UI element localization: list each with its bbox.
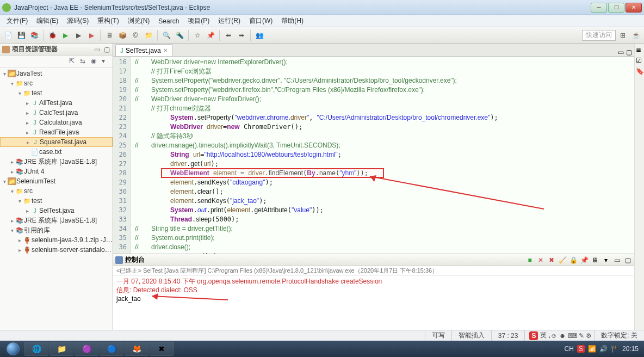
tree-item[interactable]: ▸📚JRE 系统库 [JavaSE-1.8]: [0, 216, 113, 225]
quick-access[interactable]: 快速访问: [582, 30, 616, 41]
tree-item[interactable]: ▸JCalcTest.java: [0, 108, 113, 118]
tray-net-icon[interactable]: 📶: [588, 345, 596, 353]
tree-item[interactable]: ▸JCalculator.java: [0, 118, 113, 127]
tree-item[interactable]: ▾📁test: [0, 196, 113, 206]
close-button[interactable]: ✕: [626, 3, 642, 13]
tree-item[interactable]: ▸🏺selenium-server-standalo…: [0, 245, 113, 255]
outline-icon[interactable]: ≣: [636, 46, 643, 53]
tree-item[interactable]: ▸📚JRE 系统库 [JavaSE-1.8]: [0, 157, 113, 167]
collapse-all-icon[interactable]: ⇱: [69, 57, 78, 66]
explorer-icon: [2, 46, 10, 53]
tray-sound-icon[interactable]: 🔊: [599, 345, 608, 353]
newclass-icon[interactable]: ©: [129, 29, 141, 41]
console-clear-icon[interactable]: 🧹: [558, 256, 567, 264]
console-output[interactable]: 一月 07, 2020 8:15:40 下午 org.openqa.seleni…: [113, 276, 634, 330]
run-icon[interactable]: ▶: [59, 29, 71, 41]
focus-icon[interactable]: ◉: [91, 57, 100, 66]
perspective-java-icon[interactable]: ☕: [630, 29, 642, 41]
menu-project[interactable]: 项目(P): [184, 15, 213, 27]
system-tray[interactable]: CH S 📶 🔊 🏴 20:15: [565, 345, 642, 353]
newproject-icon[interactable]: 📦: [116, 29, 128, 41]
view-minimize-icon[interactable]: ▭: [93, 46, 101, 53]
task-ie[interactable]: 🌐: [24, 342, 48, 356]
console-remove-icon[interactable]: ✕: [536, 256, 545, 264]
start-button[interactable]: [2, 341, 24, 357]
runlast-icon[interactable]: ▶: [72, 29, 84, 41]
menu-source[interactable]: 源码(S): [64, 15, 92, 27]
save-icon[interactable]: 💾: [15, 29, 27, 41]
tree-item[interactable]: ▸JReadFile.java: [0, 127, 113, 137]
new-icon[interactable]: 📄: [2, 29, 14, 41]
tray-lang[interactable]: CH: [565, 345, 574, 353]
task-eclipse[interactable]: 🟣: [75, 342, 98, 356]
tree-item[interactable]: ▾📁src: [0, 78, 113, 88]
tree-item[interactable]: ▾📁SeleniumTest: [0, 176, 113, 186]
tray-ime-icon[interactable]: S: [577, 345, 585, 353]
console-line-1: 一月 07, 2020 8:15:40 下午 org.openqa.seleni…: [116, 277, 631, 286]
tree-item[interactable]: ▾📁test: [0, 88, 113, 98]
maximize-button[interactable]: ☐: [608, 3, 624, 13]
view-menu-icon[interactable]: ▾: [102, 57, 110, 66]
editor-max-icon[interactable]: ▢: [626, 48, 632, 56]
tree-item[interactable]: ▾📁JavaTest: [0, 69, 113, 78]
back-icon[interactable]: ⬅: [222, 29, 234, 41]
menu-file[interactable]: 文件(F): [3, 15, 31, 27]
tree-item[interactable]: ▸🏺selenium-java-3.9.1.zip -J…: [0, 235, 113, 245]
menu-search[interactable]: Search: [155, 16, 182, 26]
tree-item[interactable]: ▸JSquareTest.java: [0, 137, 113, 147]
ime-lang[interactable]: 英 ,: [540, 331, 550, 340]
console-display-icon[interactable]: 🖥: [591, 256, 599, 264]
menu-navigate[interactable]: 浏览(N): [125, 15, 153, 27]
tray-flag-icon[interactable]: 🏴: [611, 345, 619, 353]
opentype-icon[interactable]: 🔍: [160, 29, 172, 41]
editor-tab-seltest[interactable]: J SelTest.java ✕: [115, 44, 172, 56]
console-terminate-icon[interactable]: ■: [525, 256, 534, 264]
search-icon[interactable]: 🔦: [174, 29, 185, 41]
tasklist-icon[interactable]: ☑: [636, 57, 643, 64]
tree-item[interactable]: 📄case.txt: [0, 147, 113, 157]
tray-time[interactable]: 20:15: [622, 345, 639, 353]
console-pin-icon[interactable]: 📌: [580, 256, 589, 264]
view-maximize-icon[interactable]: ▢: [103, 46, 110, 53]
editor-min-icon[interactable]: ▭: [618, 48, 624, 56]
tree-item[interactable]: ▸📚JUnit 4: [0, 167, 113, 176]
tree-item[interactable]: ▸JSelTest.java: [0, 206, 113, 216]
task-explorer[interactable]: 📁: [49, 342, 73, 356]
tree-item[interactable]: ▾📁src: [0, 186, 113, 196]
console-removeall-icon[interactable]: ✖: [547, 256, 556, 264]
task-firefox[interactable]: 🦊: [125, 342, 148, 356]
team-icon[interactable]: 👥: [253, 29, 265, 41]
link-editor-icon[interactable]: ⇆: [80, 57, 89, 66]
menu-edit[interactable]: 编辑(E): [33, 15, 61, 27]
forward-icon[interactable]: ➡: [236, 29, 247, 41]
console-open-icon[interactable]: ▾: [602, 256, 610, 264]
newserver-icon[interactable]: 🖥: [103, 29, 115, 41]
perspective-javaee-icon[interactable]: ⊞: [617, 29, 629, 41]
tree-item[interactable]: ▸JAllTest.java: [0, 98, 113, 108]
newpackage-icon[interactable]: 📁: [143, 29, 154, 41]
tree-item[interactable]: ▾📚引用的库: [0, 225, 113, 235]
menu-help[interactable]: 帮助(H): [278, 15, 307, 27]
bookmark-icon[interactable]: 🔖: [636, 67, 643, 75]
console-process: <已终止> SelTest [Java 应用程序] C:\Program Fil…: [113, 266, 634, 276]
annotation-icon[interactable]: 📌: [205, 29, 216, 41]
console-min-icon[interactable]: ▭: [612, 256, 621, 264]
menu-run[interactable]: 运行(R): [215, 15, 244, 27]
task-app[interactable]: ✖: [150, 342, 174, 356]
tab-close-icon[interactable]: ✕: [163, 47, 168, 53]
coverage-icon[interactable]: ▶: [85, 29, 97, 41]
minimize-button[interactable]: ─: [591, 3, 607, 13]
saveall-icon[interactable]: 📚: [28, 29, 40, 41]
line-gutter: 16 17 18 19 20 21 22 23 24 25 26 27 28 2…: [113, 57, 131, 254]
menu-window[interactable]: 窗口(W): [246, 15, 276, 27]
ime-icon[interactable]: S: [529, 331, 538, 340]
task-chrome[interactable]: 🔵: [100, 342, 123, 356]
code-editor[interactable]: // WebDriver driver=new InternetExplorer…: [131, 57, 634, 254]
project-tree[interactable]: ▾📁JavaTest▾📁src▾📁test▸JAllTest.java▸JCal…: [0, 67, 113, 330]
console-scrolllock-icon[interactable]: 🔒: [569, 256, 578, 264]
debug-icon[interactable]: 🐞: [46, 29, 58, 41]
menu-refactor[interactable]: 重构(T): [94, 15, 122, 27]
eclipse-icon: [2, 3, 11, 12]
togglemarks-icon[interactable]: ☆: [191, 29, 203, 41]
console-max-icon[interactable]: ▢: [623, 256, 632, 264]
